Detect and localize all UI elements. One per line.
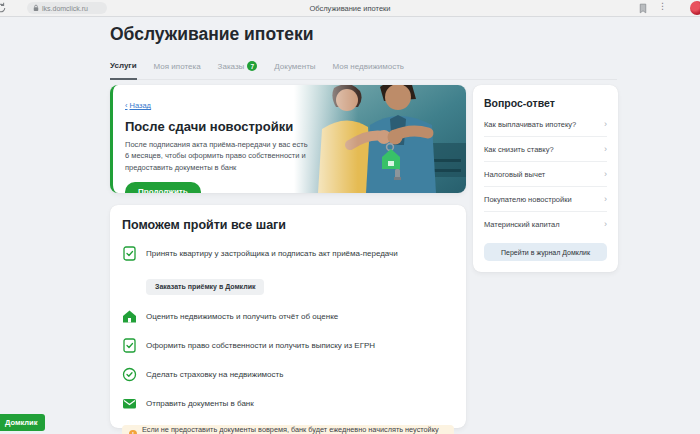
- orders-count-badge: 7: [247, 61, 257, 71]
- shield-check-icon: [122, 367, 137, 382]
- faq-item-lower-rate[interactable]: Как снизить ставку? ›: [484, 137, 607, 162]
- browser-tab-title: Обслуживание ипотеки: [0, 4, 700, 13]
- page-title: Обслуживание ипотеки: [110, 24, 314, 45]
- tab-label: Заказы: [218, 62, 245, 71]
- avatar[interactable]: [690, 1, 700, 15]
- step-text: Сделать страховку на недвижимость: [146, 370, 283, 379]
- hero-content: ‹ Назад После сдачи новостройки После по…: [125, 94, 313, 193]
- step-register-ownership: Оформить право собственности и получить …: [122, 338, 454, 353]
- journal-button[interactable]: Перейти в журнал Домклик: [484, 243, 607, 261]
- tab-label: Моя недвижимость: [333, 62, 404, 71]
- tab-label: Документы: [274, 62, 315, 71]
- chevron-right-icon: ›: [604, 171, 607, 178]
- faq-label: Налоговый вычет: [484, 170, 545, 179]
- house-icon: [122, 309, 137, 324]
- chevron-right-icon: ›: [604, 196, 607, 203]
- tab-bar: Услуги Моя ипотека Заказы 7 Документы Мо…: [110, 57, 617, 80]
- tab-dokumenty[interactable]: Документы: [274, 57, 315, 79]
- faq-title: Вопрос-ответ: [484, 97, 607, 109]
- back-label: Назад: [130, 101, 152, 110]
- tab-moya-nedvizhimost[interactable]: Моя недвижимость: [333, 57, 404, 79]
- couple-with-keys-illustration: [294, 85, 466, 193]
- hero-card: ‹ Назад После сдачи новостройки После по…: [110, 85, 466, 193]
- faq-item-maternity-capital[interactable]: Материнский капитал ›: [484, 212, 607, 236]
- faq-label: Как снизить ставку?: [484, 145, 554, 154]
- step-text: Отправить документы в банк: [146, 399, 254, 408]
- step-text: Принять квартиру у застройщика и подписа…: [146, 249, 398, 258]
- browser-toolbar: lks.domclick.ru Обслуживание ипотеки ⋮: [0, 0, 700, 17]
- step-accept-apartment: Принять квартиру у застройщика и подписа…: [122, 246, 454, 261]
- order-inspection-button[interactable]: Заказать приёмку в Домклик: [146, 279, 264, 295]
- tab-label: Моя ипотека: [154, 62, 201, 71]
- hero-description: После подписания акта приёма-передачи у …: [125, 139, 313, 173]
- screen: lks.domclick.ru Обслуживание ипотеки ⋮ О…: [0, 0, 700, 434]
- faq-card: Вопрос-ответ Как выплачивать ипотеку? › …: [473, 85, 618, 272]
- tab-zakazy[interactable]: Заказы 7: [218, 57, 258, 79]
- steps-card: Поможем пройти все шаги Принять квартиру…: [110, 205, 466, 428]
- document-check-icon: [122, 246, 137, 261]
- faq-label: Покупателю новостройки: [484, 195, 572, 204]
- envelope-icon: [122, 396, 137, 411]
- tab-uslugi[interactable]: Услуги: [110, 57, 137, 80]
- faq-label: Как выплачивать ипотеку?: [484, 120, 576, 129]
- faq-item-tax-deduction[interactable]: Налоговый вычет ›: [484, 162, 607, 187]
- domclick-chat-badge[interactable]: Домклик: [0, 414, 45, 431]
- step-text: Оценить недвижимость и получить отчёт об…: [146, 312, 338, 321]
- document-check-icon: [122, 338, 137, 353]
- back-link[interactable]: ‹ Назад: [125, 101, 151, 110]
- step-insure-property: Сделать страховку на недвижимость: [122, 367, 454, 382]
- back-chevron-icon: ‹: [125, 101, 128, 110]
- chevron-right-icon: ›: [604, 221, 607, 228]
- faq-item-new-building-buyer[interactable]: Покупателю новостройки ›: [484, 187, 607, 212]
- continue-button[interactable]: Продолжить: [125, 182, 201, 193]
- hero-image: [294, 85, 466, 193]
- chevron-right-icon: ›: [604, 121, 607, 128]
- warning-icon: !: [129, 430, 137, 434]
- tab-moya-ipoteka[interactable]: Моя ипотека: [154, 57, 201, 79]
- browser-menu-icon[interactable]: ⋮: [658, 1, 667, 11]
- hero-title: После сдачи новостройки: [125, 119, 313, 134]
- penalty-warning-banner: ! Если не предоставить документы вовремя…: [122, 425, 454, 434]
- chevron-right-icon: ›: [604, 146, 607, 153]
- faq-item-how-to-pay[interactable]: Как выплачивать ипотеку? ›: [484, 112, 607, 137]
- bookmark-icon[interactable]: [638, 3, 648, 14]
- steps-title: Поможем пройти все шаги: [122, 218, 454, 232]
- warning-text: Если не предоставить документы вовремя, …: [142, 425, 447, 434]
- tab-label: Услуги: [110, 61, 137, 70]
- step-text: Оформить право собственности и получить …: [146, 341, 375, 350]
- step-send-documents: Отправить документы в банк: [122, 396, 454, 411]
- step-appraise-property: Оценить недвижимость и получить отчёт об…: [122, 309, 454, 324]
- faq-label: Материнский капитал: [484, 220, 560, 229]
